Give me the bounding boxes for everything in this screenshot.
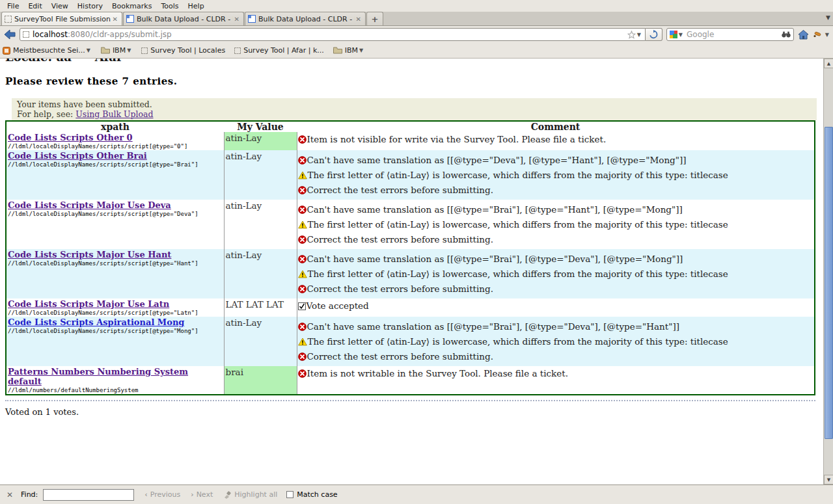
find-input[interactable] [43,489,134,501]
menu-history[interactable]: History [73,1,107,12]
bookmark-item-1[interactable]: Meistbesuchte Sei...▼ [3,46,92,55]
submission-notice: Your items have been submitted. For help… [12,98,817,120]
highlight-all-button[interactable]: Highlight all [223,490,277,499]
search-input[interactable]: Google [687,30,782,39]
vertical-scrollbar[interactable]: ▲ ▼ [823,59,833,484]
xpath-cell: Code Lists Scripts Major Use Latn//ldml/… [6,298,224,317]
my-value-cell: brai [224,366,297,395]
xpath-path-text: //ldml/localeDisplayNames/scripts/script… [8,143,223,150]
scrollbar-thumb[interactable] [825,127,833,439]
scrollbar-down-arrow-icon[interactable]: ▼ [824,475,833,484]
xpath-link[interactable]: Patterns Numbers Numbering System defaul… [8,367,188,386]
bookmark-chevron-icon[interactable]: ▼ [359,47,363,53]
notice-line1: Your items have been submitted. [17,99,812,109]
scrollbar-up-arrow-icon[interactable]: ▲ [824,59,833,68]
table-row: Patterns Numbers Numbering System defaul… [6,366,815,395]
xpath-path-text: //ldml/localeDisplayNames/scripts/script… [8,260,223,267]
url-bar[interactable]: localhost:8080/cldr-apps/submit.jsp ▼ [20,28,646,41]
back-button[interactable] [3,27,17,42]
find-next-button[interactable]: › Next [191,490,213,499]
menu-edit[interactable]: Edit [23,1,46,12]
error-icon [298,156,307,165]
comment-line: The first letter of ⟨atin-Lay⟩ is lowerc… [297,336,815,347]
comment-line: Correct the test errors before submittin… [297,185,815,195]
comment-cell: Item is not visible for write via the Su… [297,132,815,150]
xpath-cell: Code Lists Scripts Major Use Hant//ldml/… [6,249,224,298]
search-engine-chevron-icon[interactable]: ▼ [679,32,683,38]
tab-overflow-chevron-icon[interactable]: ▼ [826,14,830,21]
menu-tools[interactable]: Tools [156,1,183,12]
bookmark-label: IBM [345,46,358,55]
home-button[interactable] [798,30,809,40]
reload-button[interactable] [646,28,662,41]
warning-icon [298,220,307,229]
match-case-checkbox[interactable]: Match case [286,490,337,499]
bookmark-item-3[interactable]: Survey Tool | Locales [141,46,225,55]
xpath-link[interactable]: Code Lists Scripts Major Use Hant [8,250,171,259]
bookmark-star-icon[interactable] [627,31,636,39]
bookmark-item-5[interactable]: IBM▼ [333,46,364,55]
bookmark-label: Meistbesuchte Sei... [13,46,85,55]
url-dropdown-chevron-icon[interactable]: ▼ [637,32,641,38]
search-bar[interactable]: ▼ Google [666,28,794,41]
error-icon [298,352,307,361]
xpath-link[interactable]: Code Lists Scripts Aspirational Mong [8,317,184,327]
comment-line: Correct the test errors before submittin… [297,284,815,294]
xpath-link[interactable]: Code Lists Scripts Major Use Latn [8,299,169,309]
tab-close-icon[interactable]: ✕ [111,16,119,23]
table-row: Code Lists Scripts Major Use Deva//ldml/… [6,200,815,249]
search-engine-icon[interactable] [670,31,677,38]
tab-2[interactable]: Bulk Data Upload - CLDR - Un...✕ [123,12,244,25]
find-label: Find: [21,490,38,499]
menu-file[interactable]: File [3,1,23,12]
find-close-icon[interactable]: ✕ [7,490,13,499]
comment-text: Correct the test errors before submittin… [307,234,493,245]
previous-arrow-icon: ‹ [144,490,147,499]
menu-help[interactable]: Help [184,1,209,12]
tab-title: Bulk Data Upload - CLDR - Un... [137,15,233,23]
comment-cell: Can't have same translation as [[@type="… [297,200,815,249]
comment-line: Item is not writable in the Survey Tool.… [297,368,815,378]
bookmark-chevron-icon[interactable]: ▼ [127,47,131,53]
xpath-cell: Code Lists Scripts Other Brai//ldml/loca… [6,150,224,200]
tab-close-icon[interactable]: ✕ [355,16,362,23]
comment-text: Correct the test errors before submittin… [307,351,493,362]
review-heading: Please review these 7 entries. [5,75,833,87]
checkbox-icon[interactable] [286,491,294,498]
table-row: Code Lists Scripts Major Use Hant//ldml/… [6,249,815,298]
column-header-my-value: My Value [224,121,297,132]
comment-text: Can't have same translation as [[@type="… [307,254,683,264]
menu-bar: FileEditViewHistoryBookmarksToolsHelp [0,0,833,12]
toolbar-overflow-chevron-icon[interactable]: ▼ [825,32,829,38]
page-favicon [23,31,29,38]
error-icon [298,235,307,244]
xpath-link[interactable]: Code Lists Scripts Other Brai [8,151,147,161]
bookmark-chevron-icon[interactable]: ▼ [87,47,90,53]
back-arrow-icon [4,29,16,40]
table-row: Code Lists Scripts Other 0//ldml/localeD… [6,132,815,150]
my-value-cell: atin-Lay [224,132,297,150]
comment-text: Item is not writable in the Survey Tool.… [307,368,568,378]
bookmark-item-2[interactable]: IBM▼ [101,46,132,55]
bulk-upload-help-link[interactable]: Using Bulk Upload [75,109,153,119]
comment-line: Can't have same translation as [[@type="… [297,155,815,165]
menu-view[interactable]: View [47,1,73,12]
bookmark-item-4[interactable]: Survey Tool | Afar | k... [234,46,324,55]
find-previous-button[interactable]: ‹ Previous [144,490,180,499]
addon-brush-icon[interactable] [813,31,822,38]
xpath-link[interactable]: Code Lists Scripts Major Use Deva [8,200,171,210]
dotted-separator [5,400,815,401]
column-header-comment: Comment [297,121,815,132]
xpath-link[interactable]: Code Lists Scripts Other 0 [8,133,133,142]
xpath-path-text: //ldml/localeDisplayNames/scripts/script… [8,161,223,168]
comment-line: The first letter of ⟨atin-Lay⟩ is lowerc… [297,219,815,230]
placeholder-favicon-icon [141,47,148,54]
menu-bookmarks[interactable]: Bookmarks [107,1,156,12]
bookmarks-bar: Meistbesuchte Sei...▼IBM▼Survey Tool | L… [0,43,833,59]
tab-1[interactable]: SurveyTool File Submission | ...✕ [1,12,122,25]
tab-close-icon[interactable]: ✕ [233,16,241,23]
tab-3[interactable]: Bulk Data Upload - CLDR - Un...✕ [245,12,366,25]
new-tab-button[interactable]: + [366,12,383,25]
error-icon [298,369,307,378]
error-icon [298,285,307,293]
